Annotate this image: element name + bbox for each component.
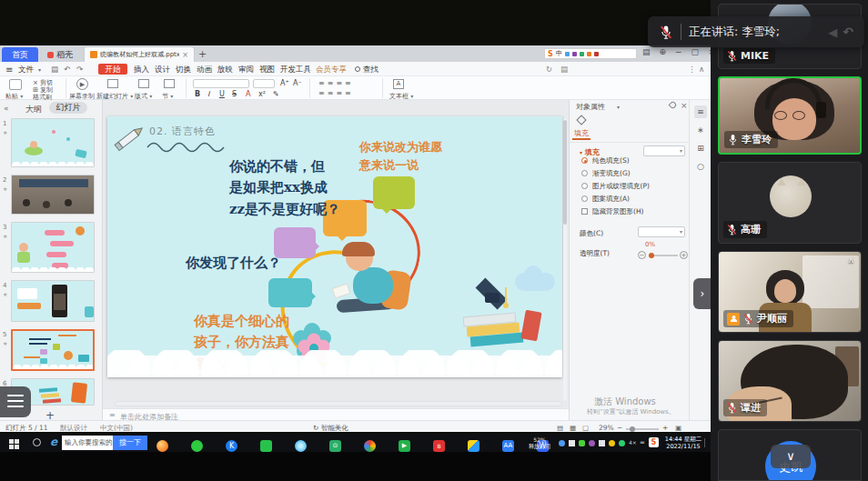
globe-icon[interactable]: ⊕ [660,47,667,56]
participant-tile[interactable]: 李雪玲 [718,76,862,155]
superscript-button[interactable]: x² [258,90,266,98]
align-buttons-row1[interactable]: ≡≡≡≡ [318,79,354,87]
screen-record-icon[interactable]: ▶ [76,78,88,90]
scroll-down-chevron[interactable]: ∨ [771,445,811,468]
effects-strip-icon[interactable]: ∗ [694,124,707,136]
netdisk-icon[interactable] [468,440,479,452]
save-icon[interactable]: ▤ [51,65,58,74]
ribbon-tab-review[interactable]: 审阅 [238,65,254,75]
view-normal-icon[interactable]: ▤ [557,424,563,432]
redo-icon[interactable]: ↷ [76,65,83,74]
fill-tab[interactable]: 填充 [574,128,589,138]
vertical-scrollbar[interactable] [563,118,567,400]
properties-strip-icon[interactable]: ≡ [694,105,707,118]
ribbon-tab-devtools[interactable]: 开发工具 [280,65,311,75]
radio-label[interactable]: 图案填充(A) [592,195,630,204]
radio-pattern-fill[interactable] [581,195,588,202]
view-sorter-icon[interactable]: ▦ [570,424,576,432]
app-aa-icon[interactable]: AA [502,440,514,452]
restore-button[interactable]: ▢ [691,47,700,56]
editor-canvas[interactable]: 02. 语言特色 你说的不错，但 是如果把xx换成 zz是不是更好呢？ 你来说改… [103,100,569,420]
scroll-up-chevron[interactable]: ∧ [848,256,854,265]
ribbon-tab-slideshow[interactable]: 放映 [217,65,233,75]
file-menu[interactable]: 文件 [18,65,34,75]
layout-strip-icon[interactable]: ⊞ [694,142,707,155]
font-size-select[interactable] [253,79,275,88]
tab-document[interactable]: 统编教材如何上好双减.pptx × [84,46,195,62]
strikethrough-button[interactable]: S [232,90,237,98]
checkbox-hide-background[interactable] [581,208,588,215]
radio-label[interactable]: 纯色填充(S) [592,156,630,165]
360-safe-icon[interactable] [191,440,203,452]
font-grow-button[interactable]: A⁺ [280,79,289,87]
ribbon-tab-animation[interactable]: 动画 [197,65,212,75]
menu-icon[interactable]: ≡ [5,65,13,75]
section-icon[interactable] [164,79,175,88]
design-name[interactable]: 默认设计 [60,424,87,433]
slide-thumbnail-3[interactable] [11,222,95,273]
tray-icon[interactable]: 4× [629,439,637,446]
tab-slides[interactable]: 幻灯片 [49,102,87,114]
smart-beautify-button[interactable]: ↻ 智能美化 [313,424,348,433]
bold-button[interactable]: B [195,90,200,98]
color-dropdown[interactable] [638,226,685,237]
taskbar-search-input[interactable]: 输入你要搜索的 [62,436,113,450]
tray-icon[interactable] [619,440,625,446]
participant-tile[interactable]: ∧ 尹顺丽 [718,251,862,333]
ribbon-tab-view[interactable]: 视图 [259,65,275,75]
clock[interactable]: 14:44 星期二2022/11/15 [662,436,704,450]
view-show-icon[interactable]: ▢ [582,424,589,432]
app-red-icon[interactable]: B [433,440,445,452]
participant-tile[interactable]: 高珊 [718,162,862,244]
transparency-plus-button[interactable]: + [680,251,688,259]
find-button[interactable]: 查找 [355,65,378,75]
fullscreen-icon[interactable]: ▣ [675,424,681,432]
checkbox-label[interactable]: 隐藏背景图形(H) [592,207,644,216]
highlight-button[interactable]: ✎ [273,90,279,98]
search-button[interactable] [33,438,41,446]
close-panel-icon[interactable]: × [681,101,688,110]
close-tab-icon[interactable]: × [182,51,188,59]
transparency-slider[interactable] [649,255,678,256]
ribbon-tab-insert[interactable]: 插入 [134,65,149,75]
radio-solid-fill[interactable] [581,157,588,164]
slide-thumbnail-5-current[interactable] [11,329,95,371]
tray-icon[interactable]: = [640,439,645,446]
app-green-icon[interactable] [260,440,272,452]
expand-panel-handle[interactable]: › [693,278,712,309]
slide-thumbnail-1[interactable] [11,118,95,167]
tray-icon[interactable] [589,440,595,446]
collapse-panel-icon[interactable]: « [4,104,9,113]
tray-icon[interactable] [569,440,575,446]
sogou-tray-icon[interactable]: S [649,437,659,447]
app-k-icon[interactable]: K [226,440,237,452]
ribbon-tab-start[interactable]: 开始 [98,64,127,75]
video-app-icon[interactable]: ▶ [399,440,410,452]
sogou-input-bar[interactable]: S 中 [544,48,637,59]
align-buttons-row2[interactable]: ≡≡≡≡ [318,89,354,97]
tab-home[interactable]: 首页 [2,47,38,62]
radio-gradient-fill[interactable] [581,170,588,176]
new-tab-button[interactable]: + [198,48,207,60]
ie-icon[interactable]: e [50,436,57,448]
share-icon[interactable]: ▤ [560,65,568,74]
participant-tile[interactable]: 谭进 [718,340,862,422]
italic-button[interactable]: I [207,90,209,98]
history-strip-icon[interactable]: ○ [694,160,707,173]
slide-thumbnail-2[interactable] [11,175,95,215]
radio-picture-fill[interactable] [581,183,588,189]
new-slide-icon[interactable] [107,79,118,88]
participant-tile[interactable]: 史凯 ∨ [718,429,862,481]
start-button[interactable] [9,439,14,444]
layout-icon[interactable] [138,79,149,88]
fill-type-dropdown[interactable] [643,145,685,156]
more-icon[interactable]: ⋮ [688,65,696,74]
font-shrink-button[interactable]: A⁻ [293,79,302,87]
notes-bar[interactable]: ≡ 单击此处添加备注 [103,408,569,420]
search-go-button[interactable]: 搜一下 [113,436,147,450]
slide-canvas[interactable]: 02. 语言特色 你说的不错，但 是如果把xx换成 zz是不是更好呢？ 你来说改… [107,116,562,377]
reader-mode-icon[interactable]: ▤ [642,47,651,56]
ribbon-tab-design[interactable]: 设计 [155,65,170,75]
tab-outline[interactable]: 大纲 [25,104,42,115]
ribbon-tab-member[interactable]: 会员专享 [316,65,347,75]
